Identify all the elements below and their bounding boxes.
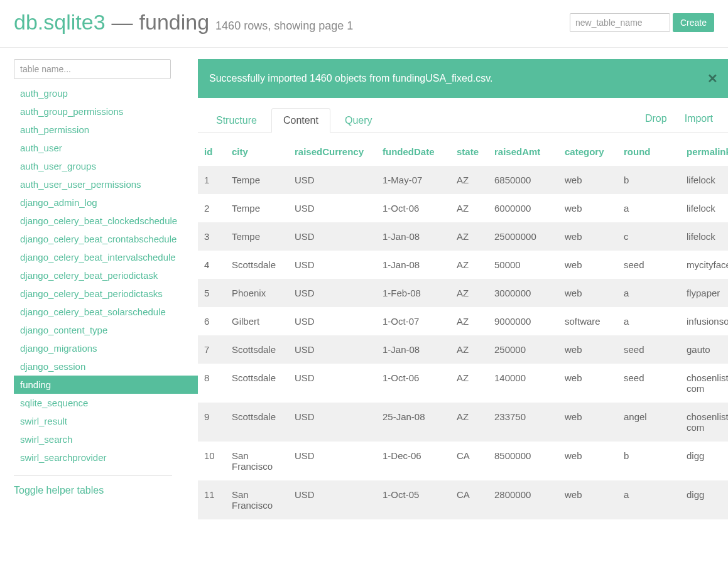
cell-raisedCurrency: USD <box>288 307 376 335</box>
cell-id: 7 <box>198 335 225 364</box>
cell-state: AZ <box>450 335 488 364</box>
cell-id: 10 <box>198 442 225 480</box>
table-row[interactable]: 2TempeUSD1-Oct-06AZ6000000webalifelock <box>198 194 728 222</box>
import-link[interactable]: Import <box>685 113 713 124</box>
table-row[interactable]: 10San FranciscoUSD1-Dec-06CA8500000webbd… <box>198 442 728 480</box>
cell-fundedDate: 1-Jan-08 <box>376 335 450 364</box>
table-row[interactable]: 1TempeUSD1-May-07AZ6850000webblifelock <box>198 166 728 194</box>
drop-table-link[interactable]: Drop <box>645 113 667 124</box>
sidebar-item-sqlite_sequence[interactable]: sqlite_sequence <box>14 394 198 412</box>
data-scroll[interactable]: idcityraisedCurrencyfundedDatestateraise… <box>198 133 728 519</box>
sidebar-item-auth_user_groups[interactable]: auth_user_groups <box>14 157 198 175</box>
cell-fundedDate: 1-Dec-06 <box>376 442 450 480</box>
cell-city: Phoenix <box>225 279 288 307</box>
cell-permalink: gauto <box>680 335 728 364</box>
table-filter-input[interactable] <box>14 59 171 79</box>
db-name-link[interactable]: db.sqlite3 <box>14 10 106 35</box>
sidebar-item-swirl_searchprovider[interactable]: swirl_searchprovider <box>14 448 198 467</box>
cell-category: web <box>558 222 617 251</box>
sidebar-item-auth_user_user_permissions[interactable]: auth_user_user_permissions <box>14 175 198 193</box>
cell-city: San Francisco <box>225 442 288 480</box>
sidebar: auth_groupauth_group_permissionsauth_per… <box>0 48 198 496</box>
cell-city: Scottsdale <box>225 403 288 442</box>
sidebar-item-django_content_type[interactable]: django_content_type <box>14 321 198 339</box>
sidebar-item-auth_group_permissions[interactable]: auth_group_permissions <box>14 102 198 121</box>
create-table-button[interactable]: Create <box>673 13 714 32</box>
cell-fundedDate: 1-Oct-05 <box>376 480 450 519</box>
cell-city: Tempe <box>225 166 288 194</box>
create-table-form: Create <box>570 13 714 32</box>
cell-state: AZ <box>450 307 488 335</box>
cell-fundedDate: 1-Jan-08 <box>376 251 450 279</box>
table-row[interactable]: 3TempeUSD1-Jan-08AZ25000000webclifelock <box>198 222 728 251</box>
table-row[interactable]: 9ScottsdaleUSD25-Jan-08AZ233750webangelc… <box>198 403 728 442</box>
table-row[interactable]: 7ScottsdaleUSD1-Jan-08AZ250000webseedgau… <box>198 335 728 364</box>
column-header-raisedAmt[interactable]: raisedAmt <box>488 138 558 166</box>
cell-round: a <box>617 480 680 519</box>
sidebar-item-django_celery_beat_intervalschedule[interactable]: django_celery_beat_intervalschedule <box>14 248 198 266</box>
tab-structure[interactable]: Structure <box>204 108 269 133</box>
column-header-raisedCurrency[interactable]: raisedCurrency <box>288 138 376 166</box>
tabs-left: StructureContentQuery <box>204 108 387 132</box>
cell-permalink: infusionsoft <box>680 307 728 335</box>
column-header-round[interactable]: round <box>617 138 680 166</box>
cell-round: b <box>617 442 680 480</box>
sidebar-item-django_celery_beat_crontabschedule[interactable]: django_celery_beat_crontabschedule <box>14 230 198 248</box>
column-header-fundedDate[interactable]: fundedDate <box>376 138 450 166</box>
tab-content[interactable]: Content <box>271 108 330 133</box>
sidebar-item-django_celery_beat_solarschedule[interactable]: django_celery_beat_solarschedule <box>14 303 198 321</box>
cell-raisedAmt: 6000000 <box>488 194 558 222</box>
column-header-permalink[interactable]: permalink <box>680 138 728 166</box>
sidebar-divider <box>14 475 172 476</box>
new-table-name-input[interactable] <box>570 13 670 32</box>
cell-state: CA <box>450 480 488 519</box>
table-row[interactable]: 6GilbertUSD1-Oct-07AZ9000000softwareainf… <box>198 307 728 335</box>
sidebar-item-django_migrations[interactable]: django_migrations <box>14 339 198 357</box>
cell-raisedAmt: 6850000 <box>488 166 558 194</box>
sidebar-item-django_admin_log[interactable]: django_admin_log <box>14 193 198 212</box>
column-header-id[interactable]: id <box>198 138 225 166</box>
cell-permalink: digg <box>680 442 728 480</box>
table-row[interactable]: 11San FranciscoUSD1-Oct-05CA2800000webad… <box>198 480 728 519</box>
cell-id: 9 <box>198 403 225 442</box>
table-row[interactable]: 8ScottsdaleUSD1-Oct-06AZ140000webseedcho… <box>198 364 728 403</box>
tab-query[interactable]: Query <box>333 108 384 133</box>
sidebar-item-django_session[interactable]: django_session <box>14 357 198 376</box>
sidebar-item-auth_group[interactable]: auth_group <box>14 84 198 102</box>
cell-round: a <box>617 194 680 222</box>
cell-id: 1 <box>198 166 225 194</box>
cell-category: web <box>558 194 617 222</box>
sidebar-item-django_celery_beat_periodictasks[interactable]: django_celery_beat_periodictasks <box>14 284 198 303</box>
cell-id: 11 <box>198 480 225 519</box>
cell-fundedDate: 1-Feb-08 <box>376 279 450 307</box>
sidebar-item-django_celery_beat_clockedschedule[interactable]: django_celery_beat_clockedschedule <box>14 212 198 230</box>
sidebar-item-funding[interactable]: funding <box>14 376 198 394</box>
toggle-helper-tables-link[interactable]: Toggle helper tables <box>14 485 104 496</box>
cell-id: 5 <box>198 279 225 307</box>
column-header-city[interactable]: city <box>225 138 288 166</box>
table-actions: Drop Import <box>645 113 728 132</box>
sidebar-item-django_celery_beat_periodictask[interactable]: django_celery_beat_periodictask <box>14 266 198 284</box>
table-row[interactable]: 5PhoenixUSD1-Feb-08AZ3000000webaflypaper <box>198 279 728 307</box>
column-header-state[interactable]: state <box>450 138 488 166</box>
sidebar-item-swirl_result[interactable]: swirl_result <box>14 412 198 430</box>
cell-city: Scottsdale <box>225 335 288 364</box>
cell-round: seed <box>617 251 680 279</box>
column-header-category[interactable]: category <box>558 138 617 166</box>
cell-raisedAmt: 25000000 <box>488 222 558 251</box>
cell-city: Scottsdale <box>225 364 288 403</box>
cell-permalink: lifelock <box>680 194 728 222</box>
cell-state: AZ <box>450 403 488 442</box>
sidebar-item-auth_permission[interactable]: auth_permission <box>14 121 198 139</box>
table-row[interactable]: 4ScottsdaleUSD1-Jan-08AZ50000webseedmyci… <box>198 251 728 279</box>
cell-raisedAmt: 8500000 <box>488 442 558 480</box>
table-header-row: idcityraisedCurrencyfundedDatestateraise… <box>198 138 728 166</box>
data-table: idcityraisedCurrencyfundedDatestateraise… <box>198 138 728 519</box>
cell-id: 8 <box>198 364 225 403</box>
close-icon[interactable]: ✕ <box>707 71 718 86</box>
cell-raisedAmt: 233750 <box>488 403 558 442</box>
cell-permalink: digg <box>680 480 728 519</box>
sidebar-item-swirl_search[interactable]: swirl_search <box>14 430 198 448</box>
cell-fundedDate: 1-Jan-08 <box>376 222 450 251</box>
sidebar-item-auth_user[interactable]: auth_user <box>14 139 198 157</box>
